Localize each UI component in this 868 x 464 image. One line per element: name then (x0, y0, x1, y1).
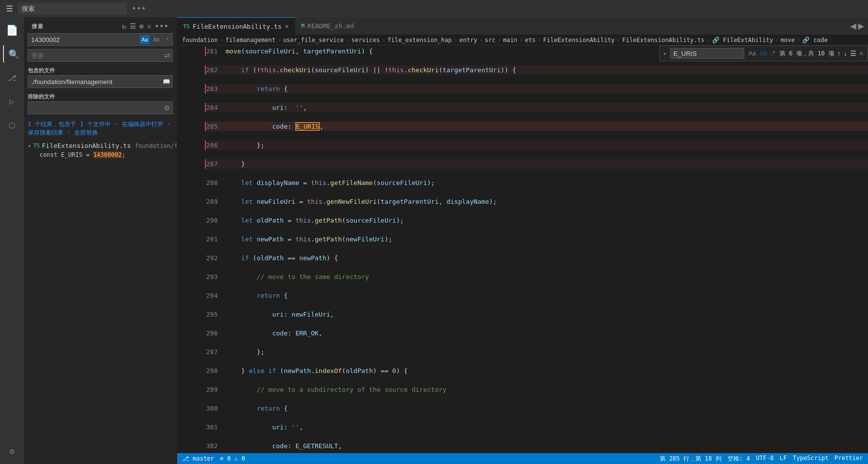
status-spaces[interactable]: 空格: 4 (727, 455, 750, 463)
code-scroll[interactable]: 281move(sourceFileUri, targetParentUri) … (177, 46, 868, 453)
status-branch[interactable]: ⎇ master (182, 455, 214, 462)
search-input[interactable] (28, 34, 140, 46)
activity-icon-extensions[interactable]: ⬡ (3, 116, 21, 134)
match-word-button[interactable]: Ab (151, 35, 161, 44)
status-errors[interactable]: ⊘ 0 ⚠ 0 (220, 455, 245, 462)
code-body: 281move(sourceFileUri, targetParentUri) … (177, 46, 868, 453)
status-lang[interactable]: TypeScript (793, 455, 828, 463)
open-in-editor-link[interactable]: 在编辑器中打开 (122, 121, 163, 128)
status-bar-right: 第 285 行，第 18 列 空格: 4 UTF-8 LF TypeScript… (660, 455, 863, 463)
breadcrumb-src[interactable]: src (485, 37, 496, 44)
line-288: 288 let displayName = this.getFileName(s… (206, 178, 868, 187)
clear-icon[interactable]: ✕ (147, 22, 151, 30)
line-290: 290 let oldPath = this.getPath(sourceFil… (206, 216, 868, 225)
code-lines: 281move(sourceFileUri, targetParentUri) … (202, 46, 868, 453)
breadcrumb-user-file-service[interactable]: user_file_service (283, 37, 344, 44)
activity-icon-settings[interactable]: ⚙ (3, 442, 21, 460)
include-label: 包含的文件 (28, 65, 173, 75)
hamburger-icon[interactable]: ☰ (4, 3, 15, 14)
line-295: 295 uri: newFileUri, (206, 310, 868, 319)
tab-nav-prev[interactable]: ◀ (850, 21, 856, 31)
include-row: 📖 (28, 75, 173, 88)
find-next-button[interactable]: ↓ (844, 49, 847, 57)
line-284: 284 uri: '', (205, 103, 868, 112)
match-line-content: const E_URIS = 14300002; (40, 151, 125, 158)
include-input[interactable] (28, 78, 161, 86)
match-line[interactable]: const E_URIS = 14300002; (28, 150, 173, 159)
replace-all-button[interactable]: ⇄ (162, 51, 172, 59)
find-input[interactable] (670, 48, 744, 59)
activity-icon-scm[interactable]: ⎇ (3, 69, 21, 87)
breadcrumb-file-extension-hap[interactable]: file_extension_hap (387, 37, 452, 44)
find-count: 第 6 项，共 10 项 (779, 49, 834, 58)
breadcrumb-entry[interactable]: entry (459, 37, 477, 44)
file-result-name: FileExtensionAbility.ts (42, 142, 131, 149)
breadcrumb-ts-file[interactable]: FileExtensionAbility.ts (622, 37, 704, 44)
tabs-bar: TS FileExtensionAbility.ts × M README_zh… (177, 17, 868, 35)
find-list-button[interactable]: ☰ (850, 49, 857, 57)
breadcrumb-services[interactable]: services (351, 37, 380, 44)
find-widget: ▸ Aa Ab .* 第 6 项，共 10 项 ↑ ↓ ☰ × (659, 46, 868, 61)
find-match-word-button[interactable]: Ab (759, 49, 769, 57)
tab-readme[interactable]: M README_zh.md (295, 17, 361, 35)
breadcrumb-move[interactable]: move (780, 37, 795, 44)
activity-icon-files[interactable]: 📄 (3, 21, 21, 39)
breadcrumb-code[interactable]: 🔗 code (802, 37, 827, 44)
search-input-icons: Aa Ab .* (140, 35, 172, 44)
find-match-case-button[interactable]: Aa (747, 49, 758, 57)
breadcrumb-file-ext-class[interactable]: 🔗 FileExtAbility (712, 37, 773, 44)
status-line-col[interactable]: 第 285 行，第 18 列 (660, 455, 722, 463)
breadcrumb-foundation[interactable]: foundation (182, 37, 218, 44)
breadcrumb-filemanagement[interactable]: filemanagement (225, 37, 275, 44)
line-291: 291 let newPath = this.getPath(newFileUr… (206, 234, 868, 244)
file-result: ▾ TS FileExtensionAbility.ts foundation/… (28, 141, 173, 159)
line-298: 298 } else if (newPath.indexOf(oldPath) … (206, 366, 868, 375)
tab-close-1[interactable]: × (285, 22, 289, 30)
file-result-header[interactable]: ▾ TS FileExtensionAbility.ts foundation/… (28, 141, 173, 150)
editor-area: TS FileExtensionAbility.ts × M README_zh… (177, 17, 868, 464)
line-numbers (177, 46, 202, 453)
replace-input[interactable] (28, 52, 162, 59)
line-294: 294 return { (206, 291, 868, 300)
global-search-input[interactable] (18, 3, 127, 15)
match-case-button[interactable]: Aa (140, 35, 150, 44)
title-dots[interactable]: ••• (132, 4, 146, 13)
exclude-label: 排除的文件 (28, 91, 173, 101)
search-input-row: Aa Ab .* (28, 33, 173, 46)
tabs-right: ◀ ▶ (850, 21, 868, 31)
ts-tab-icon: TS (183, 23, 190, 30)
separator2: · (67, 129, 74, 136)
sidebar: 搜索 ↻ ☰ ⊕ ✕ ••• Aa Ab .* (24, 17, 177, 464)
activity-icon-search[interactable]: 🔍 (3, 45, 21, 63)
file-result-path: foundation/file... (135, 142, 177, 149)
breadcrumb-ets[interactable]: ets (525, 37, 536, 44)
breadcrumb: foundation › filemanagement › user_file_… (177, 35, 868, 46)
line-301: 301 uri: '', (206, 422, 868, 432)
status-prettier[interactable]: Prettier (834, 455, 863, 463)
refresh-icon[interactable]: ↻ (122, 22, 126, 30)
line-297: 297 }; (206, 347, 868, 357)
book-icon[interactable]: 📖 (161, 78, 172, 85)
tab-file-extension[interactable]: TS FileExtensionAbility.ts × (177, 17, 295, 35)
more-icon[interactable]: ••• (155, 22, 169, 30)
breadcrumb-file-ext-ability[interactable]: FileExtensionAbility (543, 37, 615, 44)
exclude-gear-button[interactable]: ⚙ (162, 104, 172, 112)
new-file-icon[interactable]: ⊕ (140, 22, 144, 30)
exclude-input[interactable] (28, 104, 162, 112)
list-view-icon[interactable]: ☰ (130, 22, 137, 30)
regex-button[interactable]: .* (163, 35, 170, 44)
activity-icon-debug[interactable]: ▷ (3, 93, 21, 110)
find-regex-button[interactable]: .* (770, 49, 776, 57)
tab-label-2: README_zh.md (307, 22, 354, 30)
breadcrumb-main[interactable]: main (503, 37, 518, 44)
replace-all-link[interactable]: 全部替换 (74, 129, 98, 136)
status-encoding[interactable]: UTF-8 (756, 455, 773, 463)
exclude-row: ⚙ (28, 101, 173, 114)
find-prev-button[interactable]: ↑ (837, 49, 841, 57)
tab-nav-next[interactable]: ▶ (858, 21, 864, 31)
line-296: 296 code: ERR_OK, (206, 328, 868, 338)
find-close-button[interactable]: × (860, 49, 864, 57)
status-eol[interactable]: LF (780, 455, 787, 463)
save-results-link[interactable]: 保存搜索结果 (28, 129, 63, 136)
search-panel: Aa Ab .* ⇄ 包含的文件 📖 排除的文件 (24, 33, 177, 464)
